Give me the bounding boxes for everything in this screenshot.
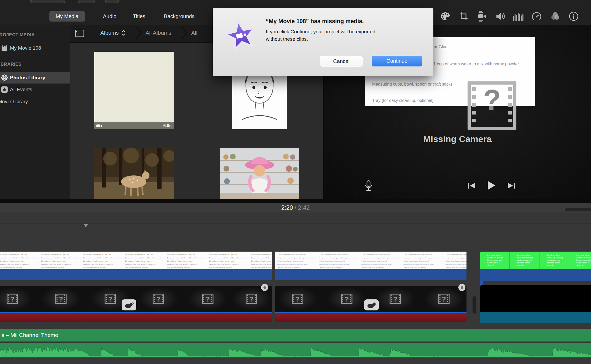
- missing-frame-question-icon: ?: [55, 294, 67, 304]
- cancel-button[interactable]: Cancel: [320, 56, 363, 67]
- clip-b-muted-audio[interactable]: [275, 313, 466, 322]
- timeline-clip-segment[interactable]: 1 cup Elmer's Washable PVA Clear Glue 1 …: [249, 252, 272, 269]
- timeline-clip-segment[interactable]: 1 cup Elmer's Washable PVA Clear Glue 1 …: [317, 252, 359, 269]
- timeline-clip-segment[interactable]: 1 cup Elmer's Washable PVA Clear Glue 1 …: [359, 252, 401, 269]
- slime-title-clip-bar[interactable]: [480, 269, 591, 281]
- missing-frame-question-icon: ?: [246, 294, 257, 304]
- timeline-clip-segment[interactable]: 1 cup Elmer's Washable PVA Clear Glue 1 …: [207, 252, 249, 269]
- music-waveform[interactable]: [0, 343, 591, 357]
- sidebar-item-label: Photos Library: [10, 75, 45, 81]
- timeline-clip-segment[interactable]: 1 cup Elmer's Washable PVA Clear Glue 1 …: [401, 252, 443, 269]
- stabilization-camera-icon[interactable]: [476, 11, 488, 22]
- top-partial-button[interactable]: [105, 0, 119, 3]
- equalizer-icon[interactable]: [512, 11, 524, 22]
- timeline-vertical-scrollbar[interactable]: [473, 296, 476, 314]
- playhead-handle[interactable]: [84, 224, 88, 227]
- timeline-clip-segment[interactable]: 1 cup Elmer's Washable PVA Clear Glue 1 …: [123, 252, 165, 269]
- slime-text: the clear slime ended up looking kinda g…: [487, 254, 506, 267]
- sidebar-item-label: All Events: [10, 87, 32, 92]
- sidebar-toggle-button[interactable]: [70, 25, 90, 43]
- recipe-line: 1 cup Elmer's Washable PVA Clear Glue: [0, 253, 39, 256]
- breadcrumb-collection[interactable]: Albums: [100, 30, 119, 36]
- playhead-line[interactable]: [86, 224, 86, 364]
- timeline-upper-strip: [0, 212, 591, 224]
- recipe-line: 1/2 tsp Borax Powder {laundry aisle}: [251, 259, 272, 263]
- recipe-line: Measuring cups, bowl, spoon or craft sti…: [83, 263, 123, 266]
- speed-rabbit-badge[interactable]: [364, 299, 379, 310]
- timeline-clip-segment[interactable]: the clear slime ended up looking kinda g…: [540, 252, 569, 269]
- svg-text:?: ?: [345, 295, 349, 303]
- timeline-clip-segment[interactable]: the clear slime ended up looking kinda g…: [510, 252, 540, 269]
- color-filters-icon[interactable]: [549, 11, 561, 22]
- top-partial-button[interactable]: [30, 0, 65, 3]
- recipe-line: Tray {for easy clean up, optional}: [251, 266, 272, 269]
- tab-audio[interactable]: Audio: [97, 11, 123, 22]
- recipe-line: 1 cup Elmer's Washable PVA Clear Glue: [361, 253, 401, 256]
- missing-frame-question-icon: ?: [105, 294, 116, 304]
- chevron-updown-icon[interactable]: [121, 29, 126, 36]
- sidebar-item-photos-library[interactable]: Photos Library: [0, 72, 70, 84]
- recipe-line: 1/2 tsp Borax Powder {laundry aisle}: [277, 259, 317, 263]
- clip-a-muted-audio[interactable]: [0, 313, 272, 322]
- recipe-line: Tray {for easy clean up, optional}: [41, 266, 81, 269]
- crop-icon[interactable]: [458, 11, 469, 22]
- time-separator: /: [295, 204, 296, 211]
- clip-duration: 6.0s: [163, 123, 172, 128]
- speed-rabbit-badge[interactable]: [122, 299, 136, 310]
- play-button[interactable]: [485, 179, 498, 192]
- timeline-clip-segment[interactable]: 1 cup Elmer's Washable PVA Clear Glue 1 …: [443, 252, 466, 269]
- speed-gauge-icon[interactable]: [531, 11, 542, 22]
- continue-button[interactable]: Continue: [372, 56, 422, 66]
- title-clip-b-bar[interactable]: [275, 269, 466, 280]
- timeline-clip-segment[interactable]: the clear slime ended up looking kinda g…: [480, 252, 510, 269]
- title-clip-a-thumbnails[interactable]: 1 cup Elmer's Washable PVA Clear Glue 1 …: [0, 252, 272, 269]
- title-clip-a-bar[interactable]: [0, 269, 272, 280]
- sidebar-item-all-events[interactable]: All Events: [0, 84, 70, 95]
- deer-photo-image: [94, 148, 174, 199]
- missing-frame-question-icon: ?: [438, 294, 450, 304]
- recipe-line: 1 cup water to mix with glue and 1 cup o…: [83, 256, 123, 260]
- timeline-clip-segment[interactable]: 1 cup Elmer's Washable PVA Clear Glue 1 …: [275, 252, 317, 269]
- breadcrumb-item[interactable]: All Albums: [146, 30, 171, 36]
- recipe-line: 1/2 tsp Borax Powder {laundry aisle}: [403, 259, 443, 263]
- recipe-line: 1 cup water to mix with glue and 1 cup o…: [403, 256, 443, 260]
- skip-back-button[interactable]: [466, 180, 478, 191]
- tab-my-media[interactable]: My Media: [49, 11, 85, 22]
- music-track-label: s – Mii Channel Theme: [2, 332, 58, 338]
- timeline-clip-segment[interactable]: 1 cup Elmer's Washable PVA Clear Glue 1 …: [0, 252, 39, 269]
- clip-zoom-slider[interactable]: [565, 208, 591, 211]
- slime-title-clip-thumbnails[interactable]: the clear slime ended up looking kinda g…: [480, 252, 591, 269]
- timeline-clip-segment[interactable]: 1 cup Elmer's Washable PVA Clear Glue 1 …: [39, 252, 81, 269]
- title-clip-b-thumbnails[interactable]: 1 cup Elmer's Washable PVA Clear Glue 1 …: [275, 252, 466, 269]
- timeline-clip-segment[interactable]: 1 cup Elmer's Washable PVA Clear Glue 1 …: [81, 252, 123, 269]
- tab-backgrounds[interactable]: Backgrounds: [158, 11, 201, 22]
- breadcrumb-item[interactable]: All: [191, 30, 197, 36]
- music-clip-header[interactable]: s – Mii Channel Theme: [0, 329, 591, 342]
- skip-forward-button[interactable]: [505, 180, 517, 191]
- recipe-line: 1 cup water to mix with glue and 1 cup o…: [277, 256, 317, 260]
- slime-video-clip[interactable]: [480, 285, 591, 312]
- sidebar-item-movie-library[interactable]: Movie Library: [0, 96, 70, 107]
- timeline-clip-segment[interactable]: the clear slime ended up looking kinda g…: [569, 252, 591, 269]
- clip-thumbnail-deer-photo[interactable]: [94, 148, 174, 199]
- recipe-line: 1 cup Elmer's Washable PVA Clear Glue: [209, 253, 249, 256]
- info-icon[interactable]: [568, 11, 579, 22]
- breadcrumb-separator-icon: [135, 26, 142, 40]
- clip-b-corner-handle[interactable]: [458, 284, 465, 291]
- recipe-line: 1 cup Elmer's Washable PVA Clear Glue: [41, 253, 81, 256]
- voiceover-mic-button[interactable]: [363, 179, 374, 193]
- star-icon: [1, 86, 8, 93]
- timeline-time-indicator-bar: 2:20 / 2:42: [0, 203, 591, 212]
- volume-icon[interactable]: [495, 11, 506, 22]
- recipe-line: Tray {for easy clean up, optional}: [0, 266, 39, 269]
- tab-titles[interactable]: Titles: [127, 11, 152, 22]
- sidebar-item-my-movie-108[interactable]: My Movie 108: [0, 42, 70, 54]
- recipe-line: 1 cup Elmer's Washable PVA Clear Glue: [251, 253, 272, 256]
- top-partial-button[interactable]: [78, 0, 95, 3]
- color-palette-icon[interactable]: [439, 11, 451, 22]
- slime-clip-audio[interactable]: [480, 312, 591, 323]
- missing-frame-question-icon: ?: [341, 294, 352, 304]
- clip-thumbnail-blank-video[interactable]: 6.0s: [94, 52, 174, 129]
- clip-thumbnail-room-photo[interactable]: [220, 148, 299, 199]
- timeline-clip-segment[interactable]: 1 cup Elmer's Washable PVA Clear Glue 1 …: [165, 252, 207, 269]
